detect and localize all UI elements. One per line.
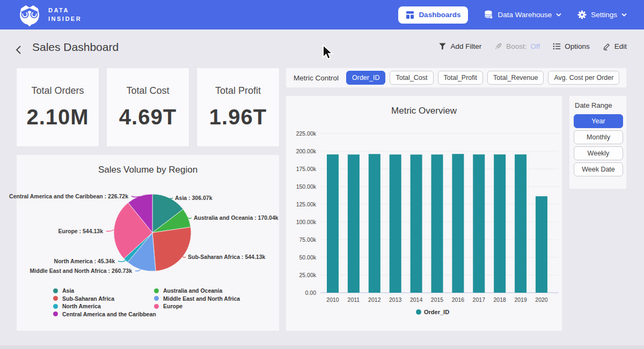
options-button[interactable]: Options [553, 42, 590, 50]
x-tick-label: 2016 [452, 296, 465, 303]
date-range-option-week-date[interactable]: Week Date [574, 162, 623, 176]
x-tick-label: 2017 [473, 296, 486, 303]
chevron-down-icon [621, 13, 627, 17]
bar-chart-canvas: 0.0025.00k50.00k75.00k100.00k125.00k150.… [286, 96, 562, 331]
bar-2019[interactable] [515, 154, 526, 293]
pie-slice-label: North America : 45.34k [54, 258, 115, 264]
pie-slice-3[interactable] [152, 227, 191, 271]
metric-option-order-id[interactable]: Order_ID [346, 71, 385, 85]
legend-item: Sub-Saharan Africa [53, 295, 154, 303]
legend-item: Australia and Oceania [154, 287, 240, 295]
metric-option-total-revenue[interactable]: Total_Revenue [487, 71, 544, 85]
owl-logo-icon [17, 4, 42, 26]
legend-item: Asia [53, 287, 154, 295]
y-tick-label: 225.00k [296, 130, 317, 137]
pie-callout-line [170, 198, 173, 199]
chevron-left-icon [14, 45, 24, 55]
bar-2017[interactable] [473, 154, 485, 293]
x-tick-label: 2018 [494, 296, 507, 303]
footer-strip [0, 345, 644, 349]
legend-dot [154, 288, 159, 293]
bar-2013[interactable] [390, 154, 401, 293]
y-tick-label: 175.00k [296, 166, 317, 172]
bar-2018[interactable] [494, 154, 506, 293]
legend-dot [154, 296, 159, 301]
y-tick-label: 100.00k [296, 219, 317, 225]
page-title: Sales Dashboard [32, 41, 119, 54]
nav-dashboards-button[interactable]: Dashboards [398, 6, 468, 24]
edit-button[interactable]: Edit [603, 42, 627, 50]
kpi-title: Total Profit [197, 85, 279, 96]
pie-callout-line [118, 261, 126, 262]
pie-callout-line [182, 257, 186, 258]
y-tick-label: 0.00 [305, 289, 317, 296]
bar-2010[interactable] [327, 154, 339, 293]
legend-item: Central America and the Caribbean [53, 310, 154, 318]
x-tick-label: 2012 [368, 296, 381, 303]
kpi-title: Total Orders [17, 85, 99, 96]
y-tick-label: 125.00k [296, 201, 317, 207]
bar-2014[interactable] [411, 154, 422, 293]
pie-slice-label: Europe : 544.13k [58, 228, 103, 234]
date-range-option-monthly[interactable]: Monthly [574, 130, 623, 144]
bar-2020[interactable] [536, 196, 547, 293]
pie-slice-label: Middle East and North Africa : 260.73k [30, 268, 132, 274]
brand-name: DATA INSIDER [48, 6, 82, 24]
bar-2011[interactable] [348, 154, 360, 293]
database-icon [484, 10, 493, 19]
date-range-option-weekly[interactable]: Weekly [574, 146, 623, 160]
kpi-value: 4.69T [107, 105, 189, 129]
x-tick-label: 2010 [326, 296, 339, 303]
kpi-card-total-profit: Total Profit 1.96T [196, 68, 280, 147]
add-filter-button[interactable]: Add Filter [438, 42, 481, 50]
y-tick-label: 200.00k [296, 148, 317, 154]
pie-slice-label: Asia : 306.07k [175, 195, 212, 201]
legend-dot [53, 296, 58, 301]
metric-option-avg-cost-per-order[interactable]: Avg. Cost per Order [548, 71, 619, 85]
brand-logo: DATA INSIDER [17, 4, 82, 26]
legend-dot [53, 311, 58, 316]
gear-icon [577, 10, 587, 19]
date-range-label: Date Range [574, 101, 622, 109]
x-tick-label: 2019 [514, 296, 527, 303]
kpi-value: 1.96T [197, 105, 279, 129]
x-tick-label: 2011 [348, 296, 360, 303]
chevron-down-icon [556, 13, 561, 17]
metric-overview-panel: Metric Overview 0.0025.00k50.00k75.00k10… [286, 95, 562, 331]
back-button[interactable] [14, 44, 26, 56]
legend-dot [154, 304, 159, 309]
bar-2012[interactable] [369, 154, 380, 293]
pie-slice-label: Australia and Oceania : 170.04k [194, 214, 279, 221]
filter-funnel-icon [438, 42, 447, 50]
top-navbar: DATA INSIDER Dashboards Data Warehouse [0, 0, 644, 29]
y-tick-label: 150.00k [296, 183, 317, 190]
date-range-option-year[interactable]: Year [574, 114, 623, 128]
metric-option-total-profit[interactable]: Total_Profit [438, 71, 484, 85]
bar-legend-dot [416, 309, 421, 315]
pie-slice-label: Central America and the Caribbean : 226.… [9, 193, 128, 199]
metric-option-total-cost[interactable]: Total_Cost [390, 71, 433, 85]
bar-legend-label: Order_ID [424, 309, 449, 315]
x-tick-label: 2013 [389, 296, 402, 303]
nav-settings-menu[interactable]: Settings [577, 10, 627, 19]
pie-callout-line [135, 270, 141, 271]
date-range-panel: Date Range YearMonthlyWeeklyWeek Date [569, 95, 627, 189]
bar-2015[interactable] [431, 154, 443, 293]
kpi-value: 2.10M [17, 105, 99, 129]
boost-toggle[interactable]: Boost: Off [494, 42, 540, 50]
y-tick-label: 50.00k [299, 254, 316, 261]
x-tick-label: 2014 [410, 296, 423, 303]
bar-2016[interactable] [452, 154, 464, 293]
boost-state: Off [530, 42, 540, 50]
pie-callout-line [131, 196, 140, 197]
metric-control-bar: Metric Control Order_IDTotal_CostTotal_P… [286, 68, 627, 88]
legend-item: North America [53, 302, 154, 310]
pie-legend: AsiaSub-Saharan AfricaNorth AmericaCentr… [53, 287, 240, 318]
kpi-card-total-orders: Total Orders 2.10M [16, 68, 99, 147]
page-header: Sales Dashboard Add Filter Boost: Off [0, 29, 644, 64]
kpi-card-total-cost: Total Cost 4.69T [106, 68, 189, 147]
nav-data-warehouse-menu[interactable]: Data Warehouse [484, 10, 561, 19]
pencil-icon [603, 42, 611, 50]
options-list-icon [553, 42, 561, 50]
metric-control-label: Metric Control [294, 74, 339, 82]
